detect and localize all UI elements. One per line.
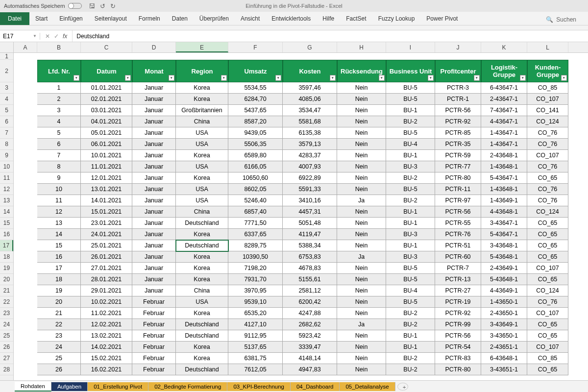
row-header-19[interactable]: 19 — [0, 263, 13, 274]
cell[interactable]: PCTR-51 — [435, 240, 481, 251]
cell[interactable]: Korea — [176, 274, 228, 285]
chevron-down-icon[interactable]: ▼ — [33, 34, 37, 38]
row-header-3[interactable]: 3 — [0, 82, 13, 94]
cell[interactable]: 11.01.2021 — [81, 161, 132, 172]
toggle-switch-icon[interactable] — [68, 3, 82, 9]
cell[interactable]: 16 — [37, 251, 81, 263]
cell[interactable]: CO_65 — [527, 274, 568, 285]
cell[interactable]: CO_76 — [527, 184, 568, 195]
cell[interactable]: 7931,70 — [228, 274, 283, 285]
cell[interactable]: CO_124 — [527, 116, 568, 127]
cell[interactable]: CO_65 — [527, 330, 568, 342]
cell[interactable]: 6-43648-1 — [481, 353, 527, 364]
cell[interactable]: BU-2 — [386, 319, 435, 330]
cell[interactable]: China — [176, 116, 228, 127]
cell[interactable]: USA — [176, 195, 228, 206]
cell[interactable]: 25.01.2021 — [81, 240, 132, 251]
cell[interactable]: 4085,06 — [283, 94, 337, 105]
cell[interactable]: Nein — [337, 353, 386, 364]
cell[interactable]: 04.01.2021 — [81, 116, 132, 127]
cell[interactable]: 15 — [37, 240, 81, 251]
cell[interactable]: 2-43649-1 — [481, 263, 527, 274]
col-header-B[interactable]: B — [37, 42, 81, 52]
table-header-region[interactable]: Region▾ — [176, 60, 228, 82]
cell[interactable]: 22 — [37, 319, 81, 330]
ribbon-tab-fuzzy lookup[interactable]: Fuzzy Lookup — [372, 12, 421, 25]
cell[interactable]: 2581,12 — [283, 285, 337, 296]
cell[interactable]: 5591,33 — [283, 184, 337, 195]
cell[interactable]: Nein — [337, 139, 386, 150]
cell[interactable]: 14 — [37, 229, 81, 240]
cell[interactable]: Deutschland — [176, 319, 228, 330]
table-header-kundengruppe[interactable]: Kunden-Gruppe▾ — [527, 60, 568, 82]
row-header-10[interactable]: 10 — [0, 161, 13, 172]
row-header-28[interactable]: 28 — [0, 364, 13, 375]
cell[interactable]: Januar — [132, 105, 176, 116]
col-header-E[interactable]: E — [176, 42, 228, 52]
filter-icon[interactable]: ▾ — [221, 75, 227, 81]
cell[interactable]: 26.01.2021 — [81, 251, 132, 263]
cell[interactable]: 12.01.2021 — [81, 172, 132, 184]
cell[interactable]: PCTR-99 — [435, 319, 481, 330]
cell[interactable]: 3-43650-1 — [481, 330, 527, 342]
cell[interactable]: Januar — [132, 82, 176, 94]
cell[interactable]: 6-43647-1 — [481, 82, 527, 94]
cell[interactable]: PCTR-80 — [435, 364, 481, 375]
cell[interactable]: 29.01.2021 — [81, 285, 132, 296]
cell[interactable]: 11 — [37, 195, 81, 206]
col-header-L[interactable]: L — [527, 42, 568, 52]
cell[interactable]: Nein — [337, 82, 386, 94]
cell[interactable]: 2-43648-1 — [481, 150, 527, 161]
cell[interactable]: Februar — [132, 308, 176, 319]
cells-area[interactable]: Lfd. Nr.▾Datum▾Monat▾Region▾Umsatz▾Koste… — [14, 53, 588, 380]
ribbon-tab-ansicht[interactable]: Ansicht — [235, 12, 266, 25]
cell[interactable]: 1-43647-1 — [481, 127, 527, 139]
cell[interactable]: 14.01.2021 — [81, 195, 132, 206]
cell[interactable]: 9112,95 — [228, 330, 283, 342]
cell[interactable]: Deutschland — [176, 240, 228, 251]
cell[interactable]: 13 — [37, 218, 81, 229]
autosave-toggle[interactable]: Automatisches Speichern — [4, 3, 82, 9]
cell[interactable]: PCTR-7 — [435, 263, 481, 274]
cell[interactable]: 5-43648-1 — [481, 274, 527, 285]
cell[interactable]: 15.01.2021 — [81, 206, 132, 218]
cell[interactable]: 06.01.2021 — [81, 139, 132, 150]
cell[interactable]: 03.01.2021 — [81, 105, 132, 116]
cell[interactable]: 6753,83 — [283, 251, 337, 263]
row-header-14[interactable]: 14 — [0, 206, 13, 218]
cell[interactable]: PCTR-92 — [435, 308, 481, 319]
cell[interactable]: Januar — [132, 139, 176, 150]
cell[interactable]: PCTR-55 — [435, 218, 481, 229]
row-header-24[interactable]: 24 — [0, 319, 13, 330]
cell[interactable]: BU-5 — [386, 127, 435, 139]
cell[interactable]: PCTR-80 — [435, 172, 481, 184]
cell[interactable]: CO_107 — [527, 308, 568, 319]
table-header-businessunit[interactable]: Business Unit▾ — [386, 60, 435, 82]
table-header-lfdnr[interactable]: Lfd. Nr.▾ — [37, 60, 81, 82]
col-header-J[interactable]: J — [435, 42, 481, 52]
cell[interactable]: 4-43649-1 — [481, 285, 527, 296]
cell[interactable]: 5534,55 — [228, 82, 283, 94]
cell[interactable]: 17 — [37, 263, 81, 274]
cell[interactable]: CO_124 — [527, 285, 568, 296]
cell[interactable]: 6535,20 — [228, 308, 283, 319]
cell[interactable]: Februar — [132, 330, 176, 342]
cell[interactable]: 1-43649-1 — [481, 195, 527, 206]
cell[interactable]: 5155,61 — [283, 274, 337, 285]
cell[interactable]: Deutschland — [176, 218, 228, 229]
cell[interactable]: 8602,05 — [228, 184, 283, 195]
cell[interactable]: 6 — [37, 139, 81, 150]
cell[interactable]: CO_141 — [527, 105, 568, 116]
cell[interactable]: Korea — [176, 308, 228, 319]
filter-icon[interactable]: ▾ — [428, 75, 434, 81]
cell[interactable]: Deutschland — [176, 364, 228, 375]
cell[interactable]: PCTR-54 — [435, 342, 481, 353]
cell[interactable]: Nein — [337, 263, 386, 274]
cell[interactable]: 1 — [37, 82, 81, 94]
cell[interactable]: 5-43648-1 — [481, 251, 527, 263]
table-header-monat[interactable]: Monat▾ — [132, 60, 176, 82]
cell[interactable]: Nein — [337, 308, 386, 319]
cell[interactable]: 5437,65 — [228, 105, 283, 116]
sheet-tab-03kpiberechnung[interactable]: 03_KPI-Berechnung — [227, 382, 291, 391]
cell[interactable]: BU-3 — [386, 229, 435, 240]
